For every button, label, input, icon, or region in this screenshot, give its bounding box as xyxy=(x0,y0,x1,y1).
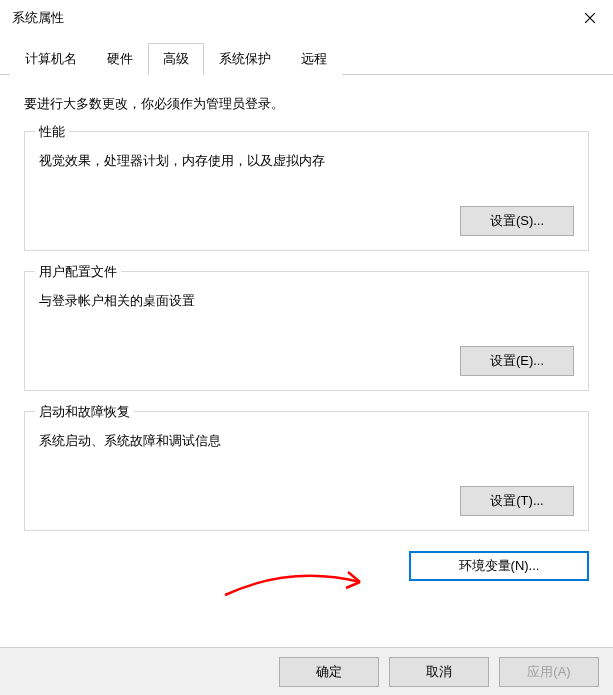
tab-computer-name[interactable]: 计算机名 xyxy=(10,43,92,75)
window-title: 系统属性 xyxy=(12,9,64,27)
performance-btn-row: 设置(S)... xyxy=(39,206,574,236)
system-properties-dialog: 系统属性 计算机名 硬件 高级 系统保护 远程 要进行大多数更改，你必须作为管理… xyxy=(0,0,613,695)
ok-button[interactable]: 确定 xyxy=(279,657,379,687)
tab-advanced[interactable]: 高级 xyxy=(148,43,204,75)
startup-legend: 启动和故障恢复 xyxy=(35,403,134,421)
user-profiles-btn-row: 设置(E)... xyxy=(39,346,574,376)
environment-variables-button[interactable]: 环境变量(N)... xyxy=(409,551,589,581)
performance-desc: 视觉效果，处理器计划，内存使用，以及虚拟内存 xyxy=(39,152,574,170)
cancel-button[interactable]: 取消 xyxy=(389,657,489,687)
startup-settings-button[interactable]: 设置(T)... xyxy=(460,486,574,516)
user-profiles-settings-button[interactable]: 设置(E)... xyxy=(460,346,574,376)
apply-button[interactable]: 应用(A) xyxy=(499,657,599,687)
intro-text: 要进行大多数更改，你必须作为管理员登录。 xyxy=(24,95,589,113)
close-icon xyxy=(585,13,595,23)
performance-group: 性能 视觉效果，处理器计划，内存使用，以及虚拟内存 设置(S)... xyxy=(24,131,589,251)
user-profiles-group: 用户配置文件 与登录帐户相关的桌面设置 设置(E)... xyxy=(24,271,589,391)
startup-desc: 系统启动、系统故障和调试信息 xyxy=(39,432,574,450)
env-var-row: 环境变量(N)... xyxy=(24,551,589,581)
startup-btn-row: 设置(T)... xyxy=(39,486,574,516)
tab-system-protection[interactable]: 系统保护 xyxy=(204,43,286,75)
performance-legend: 性能 xyxy=(35,123,69,141)
startup-group: 启动和故障恢复 系统启动、系统故障和调试信息 设置(T)... xyxy=(24,411,589,531)
close-button[interactable] xyxy=(567,0,613,36)
tab-hardware[interactable]: 硬件 xyxy=(92,43,148,75)
tab-remote[interactable]: 远程 xyxy=(286,43,342,75)
user-profiles-desc: 与登录帐户相关的桌面设置 xyxy=(39,292,574,310)
performance-settings-button[interactable]: 设置(S)... xyxy=(460,206,574,236)
tab-strip: 计算机名 硬件 高级 系统保护 远程 xyxy=(0,36,613,75)
user-profiles-legend: 用户配置文件 xyxy=(35,263,121,281)
tab-content-advanced: 要进行大多数更改，你必须作为管理员登录。 性能 视觉效果，处理器计划，内存使用，… xyxy=(0,75,613,647)
titlebar: 系统属性 xyxy=(0,0,613,36)
dialog-button-bar: 确定 取消 应用(A) xyxy=(0,647,613,695)
